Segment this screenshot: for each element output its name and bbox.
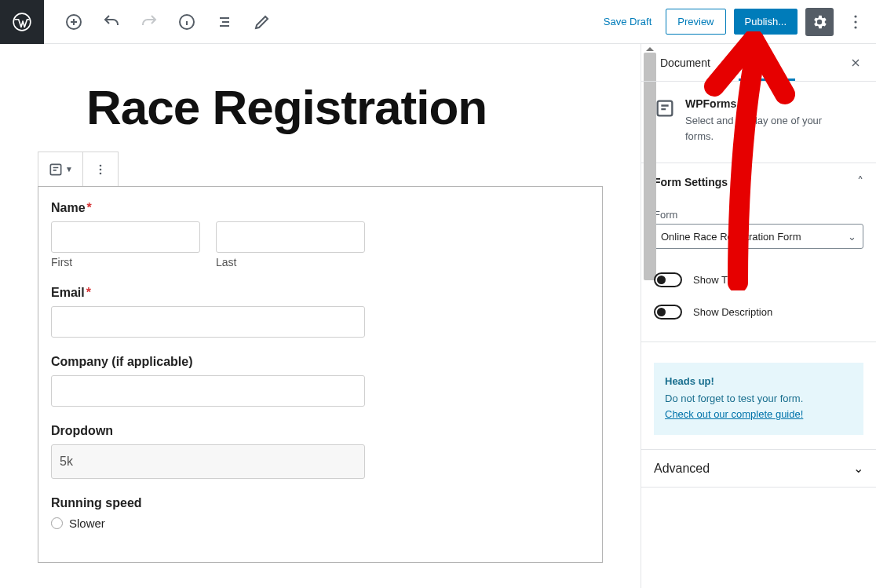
form-icon xyxy=(48,162,64,177)
wp-logo[interactable] xyxy=(0,0,44,44)
edit-icon xyxy=(253,13,272,31)
publish-button[interactable]: Publish... xyxy=(734,9,798,35)
tab-document[interactable]: Document xyxy=(654,44,717,81)
form-select-value: Online Race Registration Form xyxy=(661,231,801,243)
redo-button[interactable] xyxy=(135,8,163,36)
block-more-button[interactable] xyxy=(83,152,118,186)
company-input[interactable] xyxy=(51,375,365,407)
field-email: Email* xyxy=(51,286,589,338)
svg-point-3 xyxy=(854,15,856,17)
save-draft-button[interactable]: Save Draft xyxy=(597,16,658,27)
field-company: Company (if applicable) xyxy=(51,355,589,407)
first-name-input[interactable] xyxy=(51,221,200,253)
redo-icon xyxy=(140,13,159,31)
block-navigation-button[interactable] xyxy=(210,8,239,36)
wpforms-block[interactable]: ▼ Name* First xyxy=(38,152,603,563)
notice-guide-link[interactable]: Check out our complete guide! xyxy=(665,408,803,420)
settings-sidebar: Document Block WPForms Select and displa… xyxy=(641,44,876,588)
first-name-sublabel: First xyxy=(51,256,200,268)
toggle-show-title-row: Show Title xyxy=(654,272,863,287)
sidebar-tabs: Document Block xyxy=(641,44,876,82)
name-label: Name* xyxy=(51,201,589,215)
chevron-down-icon: ⌄ xyxy=(853,461,863,476)
panel-form-settings-toggle[interactable]: Form Settings ˄ xyxy=(641,163,876,201)
toolbar-right: Save Draft Preview Publish... xyxy=(597,8,876,36)
outline-icon xyxy=(215,13,234,31)
edit-mode-button[interactable] xyxy=(248,8,276,36)
email-input[interactable] xyxy=(51,306,365,338)
more-options-button[interactable] xyxy=(841,8,870,36)
field-name: Name* First Last xyxy=(51,201,589,268)
toggle-show-description[interactable] xyxy=(654,305,682,320)
svg-point-4 xyxy=(854,20,856,23)
page-title[interactable]: Race Registration xyxy=(0,82,641,152)
last-name-input[interactable] xyxy=(216,221,365,253)
kebab-icon xyxy=(846,13,865,31)
dropdown-label: Dropdown xyxy=(51,424,589,438)
panel-form-settings-body: Form Online Race Registration Form ⌄ Sho… xyxy=(641,201,876,342)
svg-point-9 xyxy=(100,172,102,174)
heads-up-notice: Heads up! Do not forget to test your for… xyxy=(654,363,863,435)
close-sidebar-button[interactable] xyxy=(843,57,868,69)
form-preview: Name* First Last xyxy=(38,186,603,563)
toggle-show-title[interactable] xyxy=(654,272,682,287)
info-icon xyxy=(177,13,196,31)
wordpress-icon xyxy=(12,12,32,32)
block-info-title: WPForms xyxy=(685,97,822,110)
radio-icon xyxy=(51,517,63,529)
block-info-desc: Select and display one of your forms. xyxy=(685,113,822,144)
form-icon xyxy=(654,97,676,119)
kebab-icon xyxy=(93,162,108,177)
editor-top-bar: Save Draft Preview Publish... xyxy=(0,0,876,44)
form-select-label: Form xyxy=(654,209,863,221)
settings-toggle-button[interactable] xyxy=(805,8,834,36)
company-label: Company (if applicable) xyxy=(51,355,589,369)
required-asterisk: * xyxy=(87,201,92,214)
form-select[interactable]: Online Race Registration Form ⌄ xyxy=(654,224,863,249)
preview-button[interactable]: Preview xyxy=(666,9,725,35)
tab-block[interactable]: Block xyxy=(735,44,775,81)
advanced-title: Advanced xyxy=(654,462,710,476)
notice-heading: Heads up! xyxy=(665,374,852,389)
undo-button[interactable] xyxy=(97,8,126,36)
dropdown-select[interactable]: 5k xyxy=(51,444,365,479)
chevron-up-icon: ˄ xyxy=(857,174,863,189)
content-info-button[interactable] xyxy=(173,8,201,36)
email-label: Email* xyxy=(51,286,589,300)
form-settings-title: Form Settings xyxy=(654,176,728,188)
svg-point-5 xyxy=(854,26,856,28)
panel-advanced-toggle[interactable]: Advanced ⌄ xyxy=(641,449,876,488)
speed-option-label: Slower xyxy=(69,517,105,530)
gear-icon xyxy=(811,13,828,31)
block-toolbar: ▼ xyxy=(38,152,119,186)
editor-scrollbar[interactable] xyxy=(644,47,656,588)
required-asterisk: * xyxy=(86,286,91,299)
editor-canvas[interactable]: Race Registration ▼ Name* xyxy=(0,44,641,588)
toggle-show-title-label: Show Title xyxy=(693,274,740,286)
toolbar-left xyxy=(44,8,276,36)
scroll-thumb[interactable] xyxy=(644,53,656,280)
toggle-show-desc-label: Show Description xyxy=(693,306,772,318)
svg-point-8 xyxy=(100,168,102,170)
speed-option-slower[interactable]: Slower xyxy=(51,517,589,530)
running-speed-label: Running speed xyxy=(51,496,589,510)
chevron-down-icon: ▼ xyxy=(65,165,73,173)
block-type-button[interactable]: ▼ xyxy=(38,152,83,186)
close-icon xyxy=(849,57,862,69)
toggle-show-desc-row: Show Description xyxy=(654,305,863,320)
field-dropdown: Dropdown 5k xyxy=(51,424,589,479)
svg-point-7 xyxy=(100,164,102,166)
add-icon xyxy=(64,13,83,31)
undo-icon xyxy=(102,13,121,31)
add-block-button[interactable] xyxy=(60,8,88,36)
last-name-sublabel: Last xyxy=(216,256,365,268)
notice-body: Do not forget to test your form. xyxy=(665,393,803,404)
block-info: WPForms Select and display one of your f… xyxy=(641,82,876,163)
chevron-down-icon: ⌄ xyxy=(848,231,856,243)
field-running-speed: Running speed Slower xyxy=(51,496,589,530)
